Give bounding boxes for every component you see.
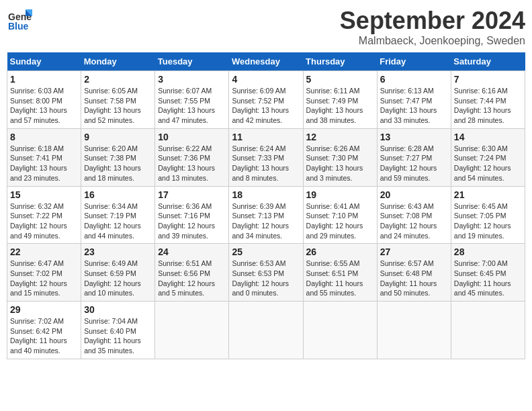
day-info: Sunrise: 6:36 AMSunset: 7:16 PMDaylight:… (158, 201, 226, 241)
day-number: 8 (10, 132, 78, 142)
day-info: Sunrise: 7:00 AMSunset: 6:45 PMDaylight:… (454, 259, 522, 298)
day-of-week-header: Monday (81, 52, 155, 71)
calendar-cell: 22Sunrise: 6:47 AMSunset: 7:02 PMDayligh… (7, 244, 81, 302)
day-info: Sunrise: 6:57 AMSunset: 6:48 PMDaylight:… (380, 259, 448, 298)
day-info: Sunrise: 6:39 AMSunset: 7:13 PMDaylight:… (232, 201, 300, 241)
day-info: Sunrise: 7:04 AMSunset: 6:40 PMDaylight:… (84, 316, 152, 356)
day-number: 17 (158, 189, 226, 200)
day-info: Sunrise: 6:43 AMSunset: 7:08 PMDaylight:… (380, 201, 448, 241)
day-info: Sunrise: 6:34 AMSunset: 7:19 PMDaylight:… (84, 201, 152, 241)
day-info: Sunrise: 6:09 AMSunset: 7:52 PMDaylight:… (232, 86, 300, 126)
day-number: 29 (10, 304, 78, 315)
day-info: Sunrise: 6:41 AMSunset: 7:10 PMDaylight:… (306, 201, 374, 241)
calendar-cell: 24Sunrise: 6:51 AMSunset: 6:56 PMDayligh… (155, 244, 229, 302)
day-number: 28 (454, 246, 522, 257)
calendar-cell: 28Sunrise: 7:00 AMSunset: 6:45 PMDayligh… (451, 244, 525, 302)
day-info: Sunrise: 6:22 AMSunset: 7:36 PMDaylight:… (158, 144, 226, 183)
calendar-cell: 30Sunrise: 7:04 AMSunset: 6:40 PMDayligh… (81, 302, 155, 359)
calendar-cell: 20Sunrise: 6:43 AMSunset: 7:08 PMDayligh… (377, 186, 451, 244)
day-of-week-header: Sunday (7, 52, 81, 71)
day-number: 25 (232, 246, 300, 257)
calendar-cell: 26Sunrise: 6:55 AMSunset: 6:51 PMDayligh… (303, 244, 377, 302)
day-number: 16 (84, 189, 152, 200)
day-of-week-header: Tuesday (155, 52, 229, 71)
calendar-cell (229, 302, 303, 359)
calendar-cell: 16Sunrise: 6:34 AMSunset: 7:19 PMDayligh… (81, 186, 155, 244)
day-number: 22 (10, 246, 78, 257)
day-info: Sunrise: 6:24 AMSunset: 7:33 PMDaylight:… (232, 144, 300, 183)
day-info: Sunrise: 6:53 AMSunset: 6:53 PMDaylight:… (232, 259, 300, 298)
day-number: 3 (158, 74, 226, 85)
calendar-cell: 8Sunrise: 6:18 AMSunset: 7:41 PMDaylight… (7, 128, 81, 186)
calendar-cell (451, 302, 525, 359)
day-number: 1 (10, 74, 78, 85)
day-number: 15 (10, 189, 78, 200)
calendar-table: SundayMondayTuesdayWednesdayThursdayFrid… (7, 52, 525, 359)
day-info: Sunrise: 6:26 AMSunset: 7:30 PMDaylight:… (306, 144, 374, 183)
day-info: Sunrise: 6:45 AMSunset: 7:05 PMDaylight:… (454, 201, 522, 241)
day-number: 24 (158, 246, 226, 257)
calendar-cell: 10Sunrise: 6:22 AMSunset: 7:36 PMDayligh… (155, 128, 229, 186)
day-number: 13 (380, 132, 448, 142)
calendar-cell: 23Sunrise: 6:49 AMSunset: 6:59 PMDayligh… (81, 244, 155, 302)
calendar-cell: 6Sunrise: 6:13 AMSunset: 7:47 PMDaylight… (377, 71, 451, 129)
day-info: Sunrise: 6:55 AMSunset: 6:51 PMDaylight:… (306, 259, 374, 298)
calendar-header: SundayMondayTuesdayWednesdayThursdayFrid… (7, 52, 525, 71)
day-number: 19 (306, 189, 374, 200)
svg-text:Blue: Blue (8, 21, 29, 32)
day-number: 6 (380, 74, 448, 85)
calendar-cell (377, 302, 451, 359)
day-number: 9 (84, 132, 152, 142)
day-number: 12 (306, 132, 374, 142)
calendar-cell: 17Sunrise: 6:36 AMSunset: 7:16 PMDayligh… (155, 186, 229, 244)
day-number: 21 (454, 189, 522, 200)
day-info: Sunrise: 6:16 AMSunset: 7:44 PMDaylight:… (454, 86, 522, 126)
calendar-cell: 9Sunrise: 6:20 AMSunset: 7:38 PMDaylight… (81, 128, 155, 186)
day-number: 27 (380, 246, 448, 257)
calendar-cell: 1Sunrise: 6:03 AMSunset: 8:00 PMDaylight… (7, 71, 81, 129)
day-info: Sunrise: 6:11 AMSunset: 7:49 PMDaylight:… (306, 86, 374, 126)
calendar-cell (303, 302, 377, 359)
day-number: 7 (454, 74, 522, 85)
calendar-cell: 7Sunrise: 6:16 AMSunset: 7:44 PMDaylight… (451, 71, 525, 129)
location-title: Malmbaeck, Joenkoeping, Sweden (340, 35, 525, 47)
day-number: 26 (306, 246, 374, 257)
day-number: 10 (158, 132, 226, 142)
calendar-cell: 4Sunrise: 6:09 AMSunset: 7:52 PMDaylight… (229, 71, 303, 129)
day-info: Sunrise: 6:47 AMSunset: 7:02 PMDaylight:… (10, 259, 78, 298)
day-number: 5 (306, 74, 374, 85)
logo-icon: General Blue (7, 7, 32, 32)
day-number: 14 (454, 132, 522, 142)
day-number: 4 (232, 74, 300, 85)
calendar-cell: 21Sunrise: 6:45 AMSunset: 7:05 PMDayligh… (451, 186, 525, 244)
day-of-week-header: Wednesday (229, 52, 303, 71)
calendar-cell: 18Sunrise: 6:39 AMSunset: 7:13 PMDayligh… (229, 186, 303, 244)
calendar-cell: 11Sunrise: 6:24 AMSunset: 7:33 PMDayligh… (229, 128, 303, 186)
calendar-cell: 12Sunrise: 6:26 AMSunset: 7:30 PMDayligh… (303, 128, 377, 186)
calendar-cell: 13Sunrise: 6:28 AMSunset: 7:27 PMDayligh… (377, 128, 451, 186)
day-info: Sunrise: 6:05 AMSunset: 7:58 PMDaylight:… (84, 86, 152, 126)
day-info: Sunrise: 6:18 AMSunset: 7:41 PMDaylight:… (10, 144, 78, 183)
day-info: Sunrise: 6:30 AMSunset: 7:24 PMDaylight:… (454, 144, 522, 183)
day-number: 30 (84, 304, 152, 315)
day-number: 11 (232, 132, 300, 142)
title-area: September 2024 Malmbaeck, Joenkoeping, S… (340, 7, 525, 47)
calendar-cell: 3Sunrise: 6:07 AMSunset: 7:55 PMDaylight… (155, 71, 229, 129)
calendar-cell: 29Sunrise: 7:02 AMSunset: 6:42 PMDayligh… (7, 302, 81, 359)
day-info: Sunrise: 7:02 AMSunset: 6:42 PMDaylight:… (10, 316, 78, 356)
calendar-cell: 2Sunrise: 6:05 AMSunset: 7:58 PMDaylight… (81, 71, 155, 129)
day-info: Sunrise: 6:03 AMSunset: 8:00 PMDaylight:… (10, 86, 78, 126)
day-of-week-header: Friday (377, 52, 451, 71)
calendar-cell: 27Sunrise: 6:57 AMSunset: 6:48 PMDayligh… (377, 244, 451, 302)
day-info: Sunrise: 6:07 AMSunset: 7:55 PMDaylight:… (158, 86, 226, 126)
day-info: Sunrise: 6:13 AMSunset: 7:47 PMDaylight:… (380, 86, 448, 126)
day-number: 2 (84, 74, 152, 85)
calendar-cell: 14Sunrise: 6:30 AMSunset: 7:24 PMDayligh… (451, 128, 525, 186)
header: General Blue September 2024 Malmbaeck, J… (7, 7, 525, 47)
calendar-cell: 15Sunrise: 6:32 AMSunset: 7:22 PMDayligh… (7, 186, 81, 244)
day-number: 20 (380, 189, 448, 200)
day-of-week-header: Thursday (303, 52, 377, 71)
calendar-cell: 25Sunrise: 6:53 AMSunset: 6:53 PMDayligh… (229, 244, 303, 302)
day-info: Sunrise: 6:32 AMSunset: 7:22 PMDaylight:… (10, 201, 78, 241)
calendar-cell (155, 302, 229, 359)
